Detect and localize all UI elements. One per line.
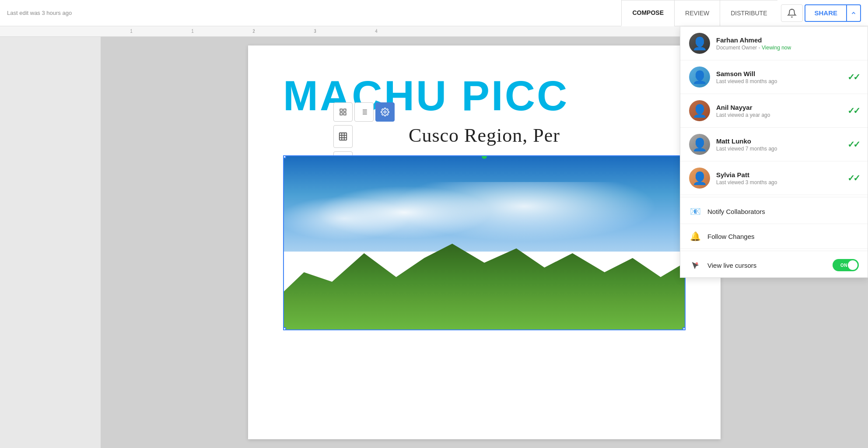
avatar-farhan: 👤 [689, 33, 710, 54]
svg-point-11 [384, 111, 386, 113]
avatar-anil: 👤 [689, 100, 710, 121]
document-image[interactable] [283, 155, 686, 330]
document-subtitle: Cusco Region, Per [248, 124, 721, 155]
collab-status-matt: Last viewed 7 months ago [716, 146, 841, 152]
collab-status-sylvia: Last viewed 3 months ago [716, 179, 841, 186]
topbar: Last edit was 3 hours ago COMPOSE REVIEW… [0, 0, 868, 26]
collab-name-matt: Matt Lunko [716, 137, 841, 145]
collab-status-farhan: Document Owner - Viewing now [716, 45, 859, 51]
collab-info-sylvia: Sylvia Patt Last viewed 3 months ago [716, 171, 841, 186]
double-check-samson: ✓✓ [847, 72, 859, 82]
collab-info-farhan: Farhan Ahmed Document Owner - Viewing no… [716, 36, 859, 51]
tab-review[interactable]: REVIEW [674, 0, 720, 26]
svg-rect-1 [340, 109, 342, 111]
notify-icon: 📧 [689, 205, 701, 217]
collab-status-samson: Last viewed 8 months ago [716, 78, 841, 84]
image-handle-bl[interactable] [283, 327, 286, 330]
collaborator-item-anil: 👤 Anil Nayyar Last viewed a year ago ✓✓ [680, 94, 868, 128]
notify-label: Notify Collaborators [707, 208, 765, 215]
collaborator-item-farhan: 👤 Farhan Ahmed Document Owner - Viewing … [680, 27, 868, 60]
divider-1 [680, 197, 868, 197]
collab-info-anil: Anil Nayyar Last viewed a year ago [716, 104, 841, 118]
collab-name-samson: Samson Will [716, 70, 841, 77]
tab-compose[interactable]: COMPOSE [621, 0, 674, 26]
double-check-sylvia: ✓✓ [847, 173, 859, 183]
collab-name-sylvia: Sylvia Patt [716, 171, 841, 178]
collab-name-farhan: Farhan Ahmed [716, 36, 859, 44]
last-edit-label: Last edit was 3 hours ago [7, 10, 72, 16]
collab-status-anil: Last viewed a year ago [716, 112, 841, 118]
svg-rect-2 [344, 109, 346, 111]
add-block-button[interactable] [333, 102, 353, 122]
share-button[interactable]: SHARE [805, 4, 847, 22]
live-cursors-item: View live cursors ON [680, 253, 868, 277]
settings-button[interactable] [375, 102, 395, 122]
table-button[interactable] [333, 125, 353, 148]
collab-info-samson: Samson Will Last viewed 8 months ago [716, 70, 841, 84]
svg-rect-12 [340, 133, 347, 140]
live-cursors-toggle[interactable]: ON [833, 259, 859, 271]
double-check-anil: ✓✓ [847, 105, 859, 116]
double-check-matt: ✓✓ [847, 139, 859, 150]
live-cursors-label: View live cursors [707, 262, 826, 269]
cursor-icon [689, 259, 701, 271]
collaborator-item-sylvia: 👤 Sylvia Patt Last viewed 3 months ago ✓… [680, 161, 868, 195]
svg-rect-4 [344, 113, 346, 115]
document-title: MACHU PICC [248, 46, 721, 124]
list-button[interactable] [354, 102, 374, 122]
topbar-right: COMPOSE REVIEW DISTRIBUTE SHARE [621, 0, 861, 26]
tab-distribute[interactable]: DISTRIBUTE [720, 0, 777, 26]
image-handle-tl[interactable] [283, 155, 286, 158]
notification-button[interactable] [781, 4, 803, 22]
left-panel [0, 37, 101, 448]
divider-2 [680, 251, 868, 251]
collaborator-item-matt: 👤 Matt Lunko Last viewed 7 months ago ✓✓ [680, 128, 868, 161]
collab-name-anil: Anil Nayyar [716, 104, 841, 111]
image-handle-br[interactable] [682, 327, 686, 330]
collaborators-dropdown: 👤 Farhan Ahmed Document Owner - Viewing … [680, 27, 868, 278]
toggle-on-text: ON [840, 263, 847, 268]
document-page: MACHU PICC Cusco Region, Per [248, 46, 721, 439]
toolbar-row-1 [333, 102, 395, 122]
svg-point-20 [696, 262, 698, 265]
toggle-knob [848, 260, 858, 270]
follow-icon: 🔔 [689, 230, 701, 242]
avatar-sylvia: 👤 [689, 168, 710, 189]
notify-collaborators-button[interactable]: 📧 Notify Collaborators [680, 199, 868, 224]
avatar-samson: 👤 [689, 66, 710, 88]
collab-info-matt: Matt Lunko Last viewed 7 months ago [716, 137, 841, 152]
follow-changes-button[interactable]: 🔔 Follow Changes [680, 224, 868, 249]
svg-rect-3 [340, 113, 342, 115]
avatar-matt: 👤 [689, 134, 710, 155]
collaborator-item-samson: 👤 Samson Will Last viewed 8 months ago ✓… [680, 60, 868, 94]
follow-label: Follow Changes [707, 233, 755, 240]
share-chevron-button[interactable] [847, 4, 861, 22]
image-clouds [284, 182, 685, 243]
